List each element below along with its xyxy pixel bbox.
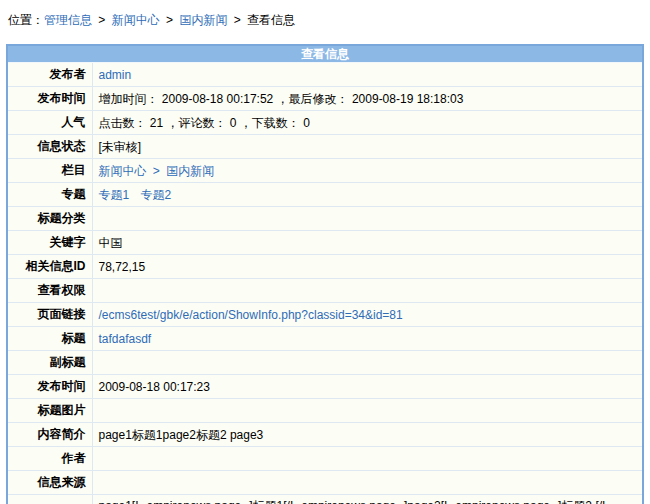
field-label: 相关信息ID [8, 255, 92, 279]
field-value [92, 399, 642, 423]
table-row: 标题tafdafasdf [8, 327, 642, 351]
field-label: 关键字 [8, 231, 92, 255]
field-label: 信息状态 [8, 135, 92, 159]
table-row: 内容简介page1标题1page2标题2 page3 [8, 423, 642, 447]
field-label: 发布时间 [8, 375, 92, 399]
table-row: 新闻正文page1[!--empirenews.page--]标题1[/!--e… [8, 495, 642, 504]
field-value: 新闻中心 > 国内新闻 [92, 159, 642, 183]
field-value-text: page1[!--empirenews.page--]标题1[/!--empir… [99, 499, 614, 504]
field-value [92, 447, 642, 471]
field-value-text: 点击数： 21 ，评论数： 0 ，下载数： 0 [99, 116, 310, 130]
field-value: admin [92, 63, 642, 87]
field-value-text: 78,72,15 [99, 260, 146, 274]
field-value-text: [未审核] [99, 140, 142, 154]
table-row: 关键字中国 [8, 231, 642, 255]
field-value-text: page1标题1page2标题2 page3 [99, 428, 264, 442]
breadcrumb-separator: > [163, 13, 177, 27]
field-value-link[interactable]: 专题1 [99, 188, 130, 202]
field-value: 专题1 专题2 [92, 183, 642, 207]
field-value [92, 207, 642, 231]
info-table: 发布者admin发布时间增加时间： 2009-08-18 00:17:52 ，最… [8, 63, 642, 504]
value-separator [133, 188, 136, 202]
field-value-link[interactable]: 新闻中心 [99, 164, 147, 178]
field-value: /ecms6test/gbk/e/action/ShowInfo.php?cla… [92, 303, 642, 327]
field-label: 标题 [8, 327, 92, 351]
field-value [92, 279, 642, 303]
field-value: 2009-08-18 00:17:23 [92, 375, 642, 399]
field-label: 作者 [8, 447, 92, 471]
field-label: 人气 [8, 111, 92, 135]
field-label: 发布时间 [8, 87, 92, 111]
panel-title: 查看信息 [8, 46, 642, 63]
value-separator: > [150, 164, 164, 178]
table-row: 发布时间2009-08-18 00:17:23 [8, 375, 642, 399]
info-panel: 查看信息 发布者admin发布时间增加时间： 2009-08-18 00:17:… [6, 44, 644, 504]
field-value: 点击数： 21 ，评论数： 0 ，下载数： 0 [92, 111, 642, 135]
table-row: 标题图片 [8, 399, 642, 423]
field-value-link[interactable]: 国内新闻 [166, 164, 214, 178]
field-label: 发布者 [8, 63, 92, 87]
field-label: 副标题 [8, 351, 92, 375]
field-label: 专题 [8, 183, 92, 207]
breadcrumb: 位置：管理信息 > 新闻中心 > 国内新闻 > 查看信息 [0, 0, 650, 44]
field-value: 增加时间： 2009-08-18 00:17:52 ，最后修改： 2009-08… [92, 87, 642, 111]
table-row: 发布时间增加时间： 2009-08-18 00:17:52 ，最后修改： 200… [8, 87, 642, 111]
breadcrumb-link[interactable]: 新闻中心 [112, 13, 160, 27]
field-label: 标题分类 [8, 207, 92, 231]
table-row: 查看权限 [8, 279, 642, 303]
table-row: 标题分类 [8, 207, 642, 231]
field-value-link[interactable]: admin [99, 68, 132, 82]
field-value: [未审核] [92, 135, 642, 159]
field-value-link[interactable]: /ecms6test/gbk/e/action/ShowInfo.php?cla… [99, 308, 403, 322]
field-value-text: 中国 [99, 236, 123, 250]
field-value [92, 471, 642, 495]
field-value-text: 增加时间： 2009-08-18 00:17:52 ，最后修改： 2009-08… [99, 92, 464, 106]
field-value: page1[!--empirenews.page--]标题1[/!--empir… [92, 495, 642, 504]
field-value-link[interactable]: tafdafasdf [99, 332, 152, 346]
field-label: 栏目 [8, 159, 92, 183]
field-label: 查看权限 [8, 279, 92, 303]
field-label: 页面链接 [8, 303, 92, 327]
breadcrumb-separator: > [95, 13, 109, 27]
field-value: 中国 [92, 231, 642, 255]
table-row: 信息来源 [8, 471, 642, 495]
table-row: 相关信息ID78,72,15 [8, 255, 642, 279]
table-row: 专题专题1 专题2 [8, 183, 642, 207]
field-value-link[interactable]: 专题2 [141, 188, 172, 202]
table-row: 页面链接/ecms6test/gbk/e/action/ShowInfo.php… [8, 303, 642, 327]
breadcrumb-current: 查看信息 [247, 13, 295, 27]
field-label: 信息来源 [8, 471, 92, 495]
table-row: 发布者admin [8, 63, 642, 87]
field-value: 78,72,15 [92, 255, 642, 279]
field-value [92, 351, 642, 375]
breadcrumb-separator: > [230, 13, 244, 27]
table-row: 作者 [8, 447, 642, 471]
field-label: 标题图片 [8, 399, 92, 423]
table-row: 副标题 [8, 351, 642, 375]
breadcrumb-link[interactable]: 管理信息 [44, 13, 92, 27]
field-value: tafdafasdf [92, 327, 642, 351]
breadcrumb-prefix: 位置： [8, 13, 44, 27]
table-row: 人气点击数： 21 ，评论数： 0 ，下载数： 0 [8, 111, 642, 135]
breadcrumb-link[interactable]: 国内新闻 [179, 13, 227, 27]
field-label: 新闻正文 [8, 495, 92, 504]
field-value-text: 2009-08-18 00:17:23 [99, 380, 210, 394]
field-label: 内容简介 [8, 423, 92, 447]
table-row: 栏目新闻中心 > 国内新闻 [8, 159, 642, 183]
field-value: page1标题1page2标题2 page3 [92, 423, 642, 447]
table-row: 信息状态[未审核] [8, 135, 642, 159]
